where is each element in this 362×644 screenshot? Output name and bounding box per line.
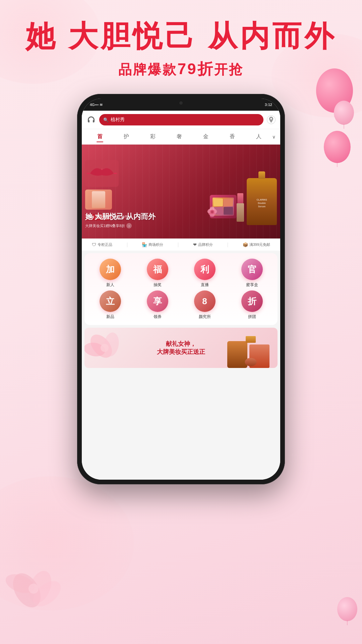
feature-label-live: 直播 xyxy=(201,282,209,288)
app-content: 🔍 植村秀 首 护 xyxy=(82,111,280,480)
bra-item xyxy=(85,160,119,187)
trust-divider-2 xyxy=(178,243,178,247)
feature-circle-new: 加 xyxy=(100,259,121,280)
trust-text-2: 商场积分 xyxy=(148,242,163,247)
feature-label-new: 新人 xyxy=(106,282,114,288)
main-banner[interactable]: CLARINSDoubleSerum MOI 茂业百货 38女神节 她 大胆悦己… xyxy=(82,145,280,238)
second-banner-products xyxy=(227,334,274,368)
trust-badge-points: 🏪 商场积分 xyxy=(142,242,163,247)
nav-tab-fragrance[interactable]: 香 xyxy=(219,132,246,142)
headline-sub-prefix: 品牌爆款 xyxy=(118,62,177,77)
petal-decoration xyxy=(0,550,67,617)
shield-icon: 🛡 xyxy=(92,242,96,247)
feature-grid-wrapper: 加 新人 福 抽奖 利 xyxy=(84,253,278,325)
status-bar: 4G▪▪▪ ≋ 3:12 xyxy=(82,99,280,111)
svg-point-4 xyxy=(28,584,39,594)
phone-inner: 4G▪▪▪ ≋ 3:12 🔍 植村秀 xyxy=(82,99,280,480)
feature-item-beauty[interactable]: 8 颜究所 xyxy=(182,290,227,320)
feature-label-group: 拼团 xyxy=(248,314,256,320)
nav-tab-gold[interactable]: 金 xyxy=(193,132,219,142)
nav-tab-person[interactable]: 人 xyxy=(246,132,272,142)
trust-badge-brand: ❤ 品牌积分 xyxy=(193,242,213,247)
second-banner[interactable]: 献礼女神， 大牌美妆买正送正 xyxy=(84,328,278,368)
flower-left xyxy=(84,331,145,361)
location-button[interactable] xyxy=(267,115,276,124)
svg-point-0 xyxy=(7,569,46,612)
trust-badge-shipping: 📦 满399元免邮 xyxy=(243,242,270,247)
feature-circle-lottery: 福 xyxy=(147,259,168,280)
feature-label-lottery: 抽奖 xyxy=(154,282,162,288)
skincare-item xyxy=(85,190,112,210)
banner-left-products xyxy=(85,151,135,218)
feature-item-box[interactable]: 官 蜜享盒 xyxy=(230,259,274,288)
headline-main: 她 大胆悦己 从内而外 xyxy=(0,20,362,53)
feature-circle-live: 利 xyxy=(194,259,216,280)
feature-char-coupon: 享 xyxy=(153,296,162,307)
notch xyxy=(161,99,201,108)
nav-more[interactable]: ∨ xyxy=(272,134,276,140)
status-time: 3:12 xyxy=(265,103,272,107)
nav-tab-luxury[interactable]: 奢 xyxy=(166,132,192,142)
top-headline-section: 她 大胆悦己 从内而外 品牌爆款79折开抢 xyxy=(0,20,362,79)
svg-point-2 xyxy=(3,571,37,597)
feature-char-box: 官 xyxy=(248,264,256,275)
sb-product-2 xyxy=(249,344,269,368)
nav-tab-skincare[interactable]: 护 xyxy=(113,132,139,142)
store-icon: 🏪 xyxy=(142,242,147,247)
search-text: 植村秀 xyxy=(111,117,125,123)
headset-icon[interactable] xyxy=(86,115,96,124)
svg-rect-6 xyxy=(114,173,117,174)
search-icon: 🔍 xyxy=(103,117,109,122)
feature-char-group: 折 xyxy=(248,296,256,307)
svg-point-3 xyxy=(28,576,65,611)
feature-char-beauty: 8 xyxy=(202,296,207,307)
feature-item-coupon[interactable]: 享 领券 xyxy=(135,290,180,320)
feature-circle-newproduct: 立 xyxy=(100,290,121,312)
phone-frame: 4G▪▪▪ ≋ 3:12 🔍 植村秀 xyxy=(77,94,285,484)
mist-3 xyxy=(0,476,134,610)
banner-title: 她 大胆悦己 从内而外 大牌美妆买1赠N叠享8折 › xyxy=(85,212,277,228)
feature-circle-box: 官 xyxy=(241,259,263,280)
feature-circle-coupon: 享 xyxy=(147,290,168,312)
balloon-small xyxy=(334,101,354,125)
nav-tab-home[interactable]: 首 xyxy=(86,132,113,142)
svg-point-1 xyxy=(25,568,56,606)
svg-rect-5 xyxy=(87,173,90,174)
feature-circle-beauty: 8 xyxy=(194,290,216,312)
balloon-group-bottom xyxy=(336,596,359,624)
banner-subtitle-text: 大牌美妆买1赠N叠享8折 xyxy=(85,223,125,228)
trust-badge-counter: 🛡 专柜正品 xyxy=(92,242,112,247)
svg-point-17 xyxy=(101,344,109,352)
feature-item-new[interactable]: 加 新人 xyxy=(88,259,132,288)
feature-circle-group: 折 xyxy=(241,290,263,312)
nav-tabs: 首 护 彩 奢 金 香 xyxy=(82,129,280,145)
feature-item-group[interactable]: 折 拼团 xyxy=(230,290,274,320)
trust-divider-1 xyxy=(127,243,127,247)
feature-char-new: 加 xyxy=(106,264,115,275)
headline-sub-highlight: 79折 xyxy=(177,60,214,77)
trust-text-1: 专柜正品 xyxy=(98,242,112,247)
feature-item-live[interactable]: 利 直播 xyxy=(182,259,227,288)
feature-item-lottery[interactable]: 福 抽奖 xyxy=(135,259,180,288)
feature-label-newproduct: 新品 xyxy=(106,314,114,320)
headline-sub: 品牌爆款79折开抢 xyxy=(0,59,362,79)
feature-char-newproduct: 立 xyxy=(106,296,115,307)
feature-label-box: 蜜享盒 xyxy=(246,282,258,288)
status-signal: 4G▪▪▪ ≋ xyxy=(90,103,103,107)
search-bar[interactable]: 🔍 植村秀 xyxy=(99,114,263,125)
trust-badges-bar: 🛡 专柜正品 🏪 商场积分 ❤ 品牌积分 📦 xyxy=(82,238,280,251)
feature-char-lottery: 福 xyxy=(153,264,162,275)
balloon-bottom-1 xyxy=(337,597,357,621)
heart-icon: ❤ xyxy=(193,242,197,247)
trust-text-4: 满399元免邮 xyxy=(249,242,270,247)
feature-grid: 加 新人 福 抽奖 利 xyxy=(88,259,274,320)
nav-tab-makeup[interactable]: 彩 xyxy=(139,132,166,142)
banner-arrow[interactable]: › xyxy=(126,223,132,228)
feature-label-beauty: 颜究所 xyxy=(199,314,211,320)
sb-product-1 xyxy=(227,341,247,368)
banner-subtitle[interactable]: 大牌美妆买1赠N叠享8折 › xyxy=(85,223,277,228)
second-banner-line2: 大牌美妆买正送正 xyxy=(157,348,205,356)
balloon-group-right xyxy=(314,67,355,164)
feature-item-newproduct[interactable]: 立 新品 xyxy=(88,290,132,320)
balloon-medium xyxy=(324,131,351,163)
